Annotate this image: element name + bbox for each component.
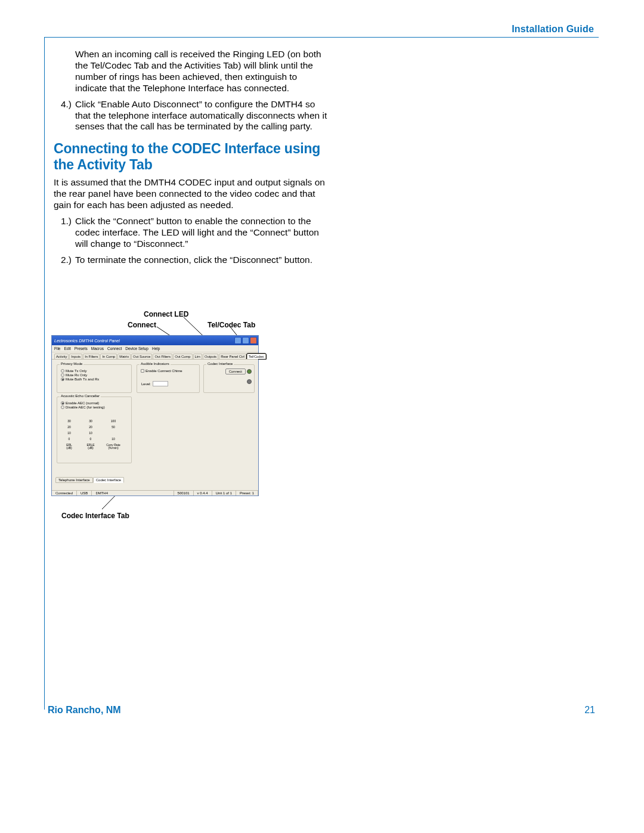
group-codec-title: Codec Interface: [206, 362, 234, 366]
menu-macros[interactable]: Macros: [91, 346, 104, 351]
status-serial: 500101: [174, 491, 194, 496]
tab-telcodec[interactable]: Tel/Codec: [247, 354, 266, 359]
radio-disable-aec[interactable]: [61, 405, 64, 409]
app-window: Lectrosonics DMTH4 Control Panel File Ed…: [51, 335, 259, 496]
radio-mute-both-label: Mute Both Tx and Rx: [66, 377, 99, 381]
tab-rearpanelctrl[interactable]: Rear Panel Ctrl: [219, 354, 246, 359]
tab-incomp[interactable]: In Comp: [100, 354, 117, 359]
tab-outputs[interactable]: Outputs: [203, 354, 218, 359]
menu-connect[interactable]: Connect: [107, 346, 122, 351]
status-version: v 0.4.4: [194, 491, 212, 496]
status-led-icon: [247, 379, 252, 384]
callout-telcodec-tab: Tel/Codec Tab: [208, 321, 255, 329]
status-connected: Connected: [52, 491, 77, 496]
menubar: File Edit Presets Macros Connect Device …: [52, 345, 258, 352]
close-icon[interactable]: [250, 337, 257, 344]
header-guide-label: Installation Guide: [512, 24, 594, 35]
radio-mute-rx-label: Mute Rx Only: [66, 373, 87, 377]
radio-mute-tx[interactable]: [61, 369, 64, 373]
group-aec: Acoustic Echo Canceller Enable AEC (norm…: [57, 397, 132, 463]
connect-led-icon: [247, 369, 252, 374]
bottom-tab-telephone[interactable]: Telephone Interface: [55, 477, 93, 483]
tab-body: Privacy Mode Mute Tx Only Mute Rx Only M…: [52, 359, 258, 490]
group-codec-interface: Codec Interface Connect: [203, 364, 255, 393]
status-preset: Preset: 1: [236, 491, 258, 496]
status-device: DMTH4: [92, 491, 174, 496]
footer-location: Rio Rancho, NM: [48, 705, 121, 716]
codec-step-1: 1.) Click the “Connect” button to enable…: [54, 216, 328, 250]
menu-edit[interactable]: Edit: [64, 346, 70, 351]
step-4-text: Click “Enable Auto Disconnect” to config…: [75, 99, 328, 133]
convrate-tick: 50: [105, 426, 122, 438]
titlebar: Lectrosonics DMTH4 Control Panel: [52, 336, 258, 345]
level-label: Level:: [141, 382, 151, 386]
codec-intro-paragraph: It is assumed that the DMTH4 CODEC input…: [54, 177, 328, 211]
codec-step-2: 2.) To terminate the connection, click t…: [54, 255, 328, 266]
bottom-tabstrip: Telephone Interface Codec Interface: [55, 477, 124, 483]
callout-codec-interface-tab: Codec Interface Tab: [61, 512, 129, 520]
statusbar: Connected USB DMTH4 500101 v 0.4.4 Unit …: [52, 490, 258, 496]
tab-lim[interactable]: Lim: [193, 354, 202, 359]
connect-button[interactable]: Connect: [225, 368, 246, 374]
window-title: Lectrosonics DMTH4 Control Panel: [54, 339, 120, 343]
status-link: USB: [77, 491, 92, 496]
body-column: When an incoming call is received the Ri…: [54, 49, 328, 271]
group-aec-title: Acoustic Echo Canceller: [60, 394, 101, 398]
codec-step-2-text: To terminate the connection, click the “…: [75, 255, 328, 266]
radio-mute-tx-label: Mute Tx Only: [66, 369, 87, 373]
tab-matrix[interactable]: Matrix: [117, 354, 131, 359]
callout-connect-led: Connect LED: [144, 310, 188, 318]
level-input[interactable]: [153, 381, 168, 386]
section-heading-codec: Connecting to the CODEC Interface using …: [54, 141, 328, 172]
tab-inputs[interactable]: Inputs: [69, 354, 82, 359]
tab-outfilters[interactable]: Out Filters: [153, 354, 172, 359]
checkbox-enable-chime[interactable]: [141, 369, 144, 373]
group-privacy-mode: Privacy Mode Mute Tx Only Mute Rx Only M…: [57, 364, 132, 393]
radio-disable-aec-label: Disable AEC (for testing): [66, 405, 105, 409]
radio-mute-both[interactable]: [61, 377, 64, 381]
group-audible-indicators: Audible Indicators Enable Connect Chime: [137, 364, 200, 393]
menu-file[interactable]: File: [54, 346, 60, 351]
menu-presets[interactable]: Presets: [75, 346, 88, 351]
bottom-tab-codec[interactable]: Codec Interface: [93, 477, 124, 483]
codec-step-1-number: 1.): [54, 216, 75, 250]
tab-activity[interactable]: Activity: [54, 354, 69, 359]
step-4: 4.) Click “Enable Auto Disconnect” to co…: [54, 99, 328, 133]
ringing-led-paragraph: When an incoming call is received the Ri…: [54, 49, 328, 94]
checkbox-enable-chime-label: Enable Connect Chime: [145, 369, 182, 373]
tab-outsource[interactable]: Out Source: [131, 354, 152, 359]
maximize-icon[interactable]: [242, 337, 249, 344]
tab-infilters[interactable]: In Filters: [83, 354, 100, 359]
codec-step-2-number: 2.): [54, 255, 75, 266]
minimize-icon[interactable]: [234, 337, 242, 344]
radio-mute-rx[interactable]: [61, 373, 64, 377]
group-privacy-mode-title: Privacy Mode: [60, 362, 83, 366]
top-tabstrip: Activity Inputs In Filters In Comp Matri…: [52, 352, 258, 359]
callout-connect: Connect: [128, 321, 156, 329]
radio-enable-aec-label: Enable AEC (normal): [66, 401, 99, 405]
menu-help[interactable]: Help: [152, 346, 160, 351]
menu-devicesetup[interactable]: Device Setup: [125, 346, 148, 351]
radio-enable-aec[interactable]: [61, 401, 64, 405]
codec-step-1-text: Click the “Connect” button to enable the…: [75, 216, 328, 250]
group-audible-title: Audible Indicators: [140, 362, 171, 366]
tab-outcomp[interactable]: Out Comp: [173, 354, 192, 359]
erl-unit: (dB): [61, 447, 78, 450]
convrate-unit: (%/min): [105, 447, 122, 450]
aec-graph: 30 20 10 0 ERL (dB) 30 20 10 0 ERLE (dB)…: [61, 420, 129, 453]
step-4-number: 4.): [54, 99, 75, 133]
footer-page-number: 21: [584, 705, 595, 716]
erle-unit: (dB): [82, 447, 99, 450]
status-unit: Unit 1 of 1: [212, 491, 236, 496]
